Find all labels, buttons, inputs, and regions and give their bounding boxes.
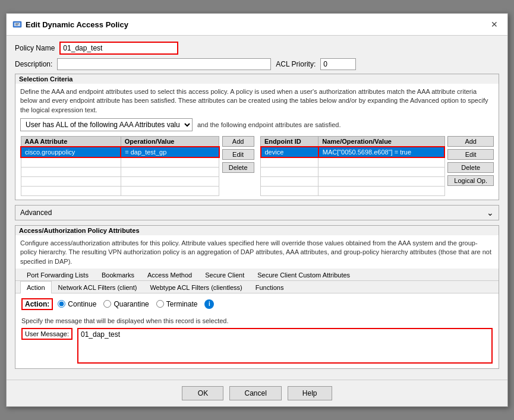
table-row [21,176,219,186]
advanced-chevron-icon: ⌄ [487,208,494,217]
table-row [261,157,445,167]
tab-network-acl[interactable]: Network ACL Filters (client) [52,281,144,293]
endpoint-delete-button[interactable]: Delete [447,162,494,173]
window-title: Edit Dynamic Access Policy [26,20,128,29]
description-row: Description: ACL Priority: [15,58,499,70]
endpoint-col-id: Endpoint ID [261,137,319,147]
policy-name-row: Policy Name [15,42,499,55]
close-button[interactable]: ✕ [487,17,502,31]
tabs-row: Port Forwarding Lists Bookmarks Access M… [15,269,499,281]
action-label: Action: [21,298,53,310]
bottom-bar: OK Cancel Help [7,380,507,406]
endpoint-table: Endpoint ID Name/Operation/Value device … [260,136,446,196]
tab-bookmarks[interactable]: Bookmarks [95,269,141,281]
endpoint-cell-value: MAC["0050.5698.e608"] = true [319,147,445,157]
table-row [21,167,219,176]
user-message-row: User Message: 01_dap_test [21,328,493,364]
auth-policy-title: Access/Authorization Policy Attributes [19,227,495,234]
tab-webtype-acl[interactable]: Webtype ACL Filters (clientless) [143,281,248,293]
table-row[interactable]: device MAC["0050.5698.e608"] = true [261,147,445,157]
user-message-label: User Message: [21,328,72,340]
policy-name-label: Policy Name [15,44,55,52]
action-terminate-option[interactable]: Terminate [156,300,198,308]
and-text: and the following endpoint attributes ar… [197,121,341,128]
title-bar-left: Edit Dynamic Access Policy [12,20,128,29]
aaa-add-button[interactable]: Add [222,136,254,147]
table-row [261,176,445,186]
user-message-desc: Specify the message that will be display… [21,317,493,324]
action-continue-option[interactable]: Continue [58,300,96,308]
cancel-button[interactable]: Cancel [229,386,281,400]
endpoint-edit-button[interactable]: Edit [447,149,494,160]
tab-secure-client[interactable]: Secure Client [198,269,251,281]
action-quarantine-option[interactable]: Quarantine [103,300,149,308]
auth-policy-section: Access/Authorization Policy Attributes C… [15,225,499,369]
acl-priority-label: ACL Priority: [276,60,316,68]
endpoint-table-container: Endpoint ID Name/Operation/Value device … [260,136,446,196]
tab-access-method[interactable]: Access Method [141,269,198,281]
aaa-edit-button[interactable]: Edit [222,149,254,160]
endpoint-cell-id: device [261,147,319,157]
table-row [261,186,445,195]
aaa-delete-button[interactable]: Delete [222,162,254,173]
window-icon [12,20,22,29]
help-button[interactable]: Help [288,386,332,400]
policy-name-input[interactable] [59,42,178,55]
tab-secure-client-custom[interactable]: Secure Client Custom Attributes [251,269,357,281]
auth-header: Access/Authorization Policy Attributes [15,226,499,235]
endpoint-buttons: Add Edit Delete Logical Op. [447,136,494,196]
auth-policy-desc: Configure access/authorization attribute… [15,235,499,269]
svg-rect-1 [14,23,20,26]
action-terminate-label: Terminate [166,300,198,308]
radio-group: Continue Quarantine Terminate i [58,299,214,309]
action-quarantine-label: Quarantine [113,300,149,308]
aaa-cell-attribute: cisco.grouppolicy [21,147,121,157]
table-row [261,167,445,176]
tab-functions[interactable]: Functions [249,281,291,293]
aaa-dropdown[interactable]: User has ALL of the following AAA Attrib… [20,118,193,131]
title-bar: Edit Dynamic Access Policy ✕ [7,14,507,36]
selection-criteria-section: Selection Criteria Define the AAA and en… [15,74,499,200]
aaa-col-attribute: AAA Attribute [21,137,121,147]
aaa-table-container: AAA Attribute Operation/Value cisco.grou… [20,136,220,196]
action-row: Action: Continue Quarantine Terminate i [15,293,499,315]
action-quarantine-radio[interactable] [103,300,111,308]
dropdown-row: User has ALL of the following AAA Attrib… [20,118,494,131]
aaa-table-section: AAA Attribute Operation/Value cisco.grou… [20,136,254,196]
action-continue-label: Continue [68,300,96,308]
table-row[interactable]: cisco.grouppolicy = dap_test_gp [21,147,219,157]
aaa-col-operation: Operation/Value [121,137,219,147]
endpoint-col-value: Name/Operation/Value [319,137,445,147]
advanced-label: Advanced [20,209,52,217]
aaa-table: AAA Attribute Operation/Value cisco.grou… [20,136,220,196]
advanced-row[interactable]: Advanced ⌄ [15,205,499,220]
aaa-buttons: Add Edit Delete [222,136,254,196]
selection-criteria-desc: Define the AAA and endpoint attributes u… [20,87,494,115]
acl-priority-input[interactable] [320,58,356,70]
info-icon[interactable]: i [204,299,214,309]
user-message-section: Specify the message that will be display… [15,315,499,368]
table-row [21,186,219,195]
user-message-textarea[interactable]: 01_dap_test [77,328,493,364]
action-continue-radio[interactable] [58,300,65,308]
tabs-row-2: Action Network ACL Filters (client) Webt… [15,281,499,293]
description-label: Description: [15,60,52,68]
selection-criteria-content: Define the AAA and endpoint attributes u… [15,84,499,200]
tables-row: AAA Attribute Operation/Value cisco.grou… [20,136,494,196]
endpoint-add-button[interactable]: Add [447,136,494,147]
table-row [21,157,219,167]
endpoint-table-section: Endpoint ID Name/Operation/Value device … [260,136,494,196]
action-terminate-radio[interactable] [156,300,164,308]
tab-action[interactable]: Action [20,281,52,293]
selection-criteria-title: Selection Criteria [15,74,499,84]
main-window: Edit Dynamic Access Policy ✕ Policy Name… [6,13,508,407]
description-input[interactable] [57,58,271,70]
main-content: Policy Name Description: ACL Priority: S… [7,36,507,380]
tab-port-forwarding[interactable]: Port Forwarding Lists [20,269,95,281]
aaa-cell-operation: = dap_test_gp [121,147,219,157]
endpoint-logical-button[interactable]: Logical Op. [447,175,494,186]
ok-button[interactable]: OK [182,386,223,400]
